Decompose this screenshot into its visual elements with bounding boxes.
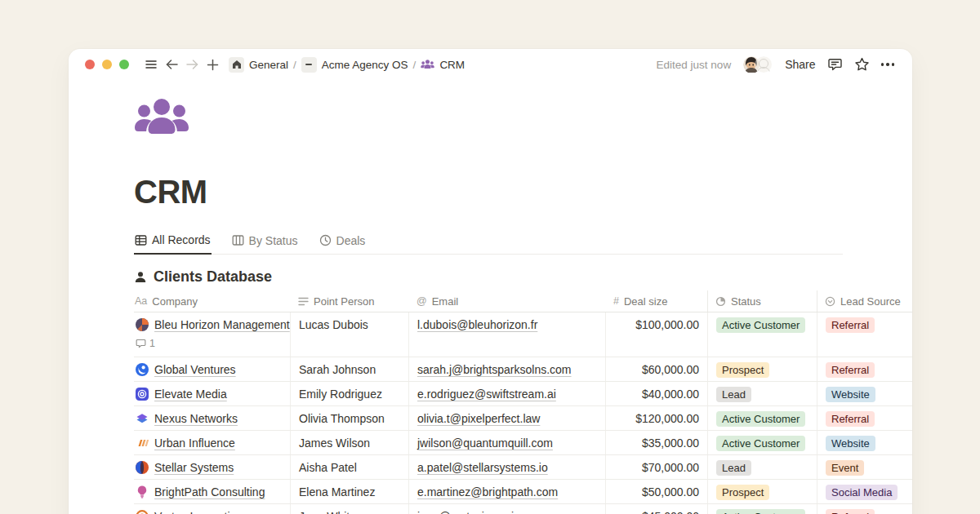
deal-size-cell[interactable]: $120,000.00 <box>605 406 707 430</box>
column-header-lead-source[interactable]: Lead Source <box>817 290 912 312</box>
company-page-link[interactable]: Stellar Systems <box>135 459 283 476</box>
comment-count-badge[interactable]: 1 <box>136 335 283 352</box>
point-person-cell[interactable]: Aisha Patel <box>290 455 408 479</box>
lead-source-cell: Social Media <box>817 480 912 503</box>
company-name: BrightPath Consulting <box>154 484 265 500</box>
more-options-icon[interactable] <box>881 63 895 66</box>
tab-by-status[interactable]: By Status <box>231 231 299 254</box>
company-name: Nexus Networks <box>154 410 238 427</box>
email-link[interactable]: e.martinez@brightpath.com <box>417 485 558 498</box>
company-page-link[interactable]: Nexus Networks <box>135 410 283 427</box>
point-person-cell[interactable]: Sarah Johnson <box>290 357 408 381</box>
company-logo-icon <box>135 485 149 499</box>
status-tag[interactable]: Lead <box>716 387 751 402</box>
view-tabs: All Records By Status Deals <box>134 231 843 255</box>
deal-size-cell[interactable]: $70,000.00 <box>605 455 707 479</box>
column-header-deal-size[interactable]: # Deal size <box>605 290 707 312</box>
workspace-page-icon <box>301 57 317 73</box>
new-page-plus-icon[interactable] <box>203 55 221 73</box>
lead-source-tag[interactable]: Event <box>826 460 864 476</box>
comments-icon[interactable] <box>827 57 843 72</box>
company-page-link[interactable]: Urban Influence <box>135 435 283 451</box>
lead-source-tag[interactable]: Website <box>826 436 875 451</box>
column-header-email[interactable]: @ Email <box>408 290 605 312</box>
lead-source-tag[interactable]: Referral <box>826 509 875 514</box>
column-label: Company <box>152 295 198 308</box>
breadcrumb-item-crm[interactable]: CRM <box>439 59 465 71</box>
avatar[interactable] <box>755 55 773 74</box>
status-tag[interactable]: Active Customer <box>716 436 805 451</box>
status-tag[interactable]: Active Customer <box>716 317 805 333</box>
point-person-cell[interactable]: Emily Rodriguez <box>290 382 408 405</box>
email-link[interactable]: e.rodriguez@swiftstream.ai <box>417 388 556 401</box>
email-link[interactable]: l.dubois@bleuhorizon.fr <box>417 318 537 331</box>
status-tag[interactable]: Prospect <box>716 362 769 378</box>
minimize-window-button[interactable] <box>102 60 112 69</box>
sidebar-menu-icon[interactable] <box>142 55 160 73</box>
lead-source-tag[interactable]: Referral <box>826 411 875 427</box>
column-label: Point Person <box>314 295 374 308</box>
email-link[interactable]: a.patel@stellarsystems.io <box>417 461 548 474</box>
lead-source-tag[interactable]: Referral <box>826 362 875 378</box>
status-tag[interactable]: Active Customer <box>716 411 805 427</box>
status-cell: Active Customer <box>707 431 817 454</box>
people-group-icon[interactable] <box>134 99 912 136</box>
deal-size-cell[interactable]: $60,000.00 <box>605 357 707 381</box>
point-person-cell[interactable]: Jenn Whitmore <box>290 504 408 514</box>
deal-size-cell[interactable]: $45,000.00 <box>605 504 707 514</box>
column-header-status[interactable]: Status <box>707 290 817 312</box>
company-cell: Nexus Networks <box>134 406 290 430</box>
column-label: Deal size <box>624 295 667 308</box>
lead-source-tag[interactable]: Website <box>826 387 875 402</box>
lead-source-cell: Referral <box>817 406 912 430</box>
company-name: Stellar Systems <box>154 459 234 476</box>
breadcrumb: General / Acme Agency OS / CRM <box>229 57 465 73</box>
point-person-cell[interactable]: Olivia Thompson <box>290 406 408 430</box>
deal-size-cell[interactable]: $50,000.00 <box>605 480 707 503</box>
deal-size-cell[interactable]: $35,000.00 <box>605 431 707 454</box>
company-page-link[interactable]: Global Ventures <box>135 361 283 378</box>
company-page-link[interactable]: Vertex Innovations <box>135 508 283 514</box>
point-person-cell[interactable]: James Wilson <box>290 431 408 454</box>
email-property-icon: @ <box>416 295 427 307</box>
company-name: Elevate Media <box>154 386 227 402</box>
point-person-cell[interactable]: Elena Martinez <box>290 480 408 503</box>
database-title: Clients Database <box>154 268 272 286</box>
column-header-company[interactable]: Aa Company <box>134 290 290 312</box>
status-tag[interactable]: Active Customer <box>716 509 805 514</box>
back-arrow-icon[interactable] <box>163 55 180 73</box>
company-name: Bleu Horizon Management <box>154 317 290 333</box>
company-logo-icon <box>135 436 149 450</box>
lead-source-tag[interactable]: Referral <box>826 317 875 333</box>
text-property-icon <box>298 297 309 306</box>
company-page-link[interactable]: Elevate Media <box>135 386 283 402</box>
breadcrumb-item-general[interactable]: General <box>249 59 288 71</box>
company-page-link[interactable]: BrightPath Consulting <box>135 484 283 500</box>
company-page-link[interactable]: Bleu Horizon Management <box>135 317 283 333</box>
tab-deals[interactable]: Deals <box>318 231 367 254</box>
deal-size-cell[interactable]: $40,000.00 <box>605 382 707 405</box>
email-link[interactable]: sarah.j@brightsparksolns.com <box>417 363 572 376</box>
forward-arrow-icon[interactable] <box>183 55 201 73</box>
title-property-icon: Aa <box>135 295 147 307</box>
status-tag[interactable]: Lead <box>716 460 751 476</box>
close-window-button[interactable] <box>85 60 95 69</box>
column-header-point-person[interactable]: Point Person <box>290 290 408 312</box>
clients-table: Aa Company Point Person @ Email # Deal s… <box>134 290 912 514</box>
share-button[interactable]: Share <box>785 58 815 71</box>
tab-all-records[interactable]: All Records <box>134 231 212 255</box>
lead-source-tag[interactable]: Social Media <box>826 485 898 500</box>
point-person-cell[interactable]: Lucas Dubois <box>290 312 408 357</box>
favorite-star-icon[interactable] <box>854 57 870 72</box>
status-tag[interactable]: Prospect <box>716 485 769 500</box>
email-link[interactable]: jenn@vertexinnov.io <box>417 510 520 514</box>
table-row: Bleu Horizon Management 1 Lucas Dubois l… <box>134 312 912 357</box>
deal-size-cell[interactable]: $100,000.00 <box>605 312 707 357</box>
lead-source-cell: Event <box>817 455 912 479</box>
email-link[interactable]: jwilson@quantumquill.com <box>417 436 553 450</box>
home-icon[interactable] <box>229 57 244 73</box>
breadcrumb-item-workspace[interactable]: Acme Agency OS <box>322 59 408 71</box>
maximize-window-button[interactable] <box>119 60 129 69</box>
company-cell: Global Ventures <box>134 357 290 381</box>
email-link[interactable]: olivia.t@pixelperfect.law <box>417 412 540 425</box>
